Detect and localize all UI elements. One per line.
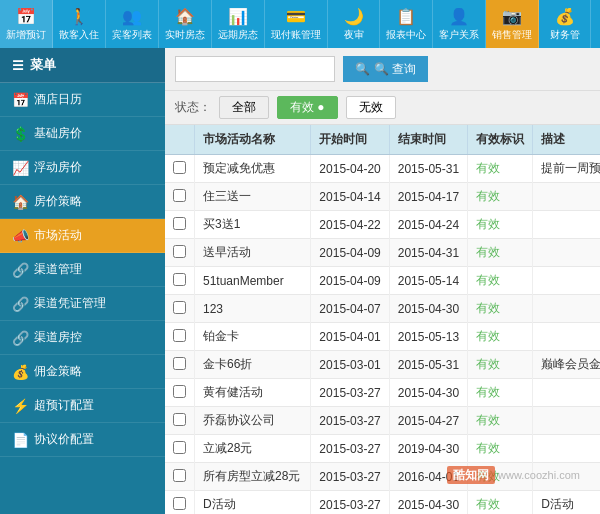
row-checkbox[interactable] xyxy=(165,435,195,463)
moon-icon: 🌙 xyxy=(344,7,364,26)
search-btn-label: 🔍 查询 xyxy=(374,61,416,78)
house-icon: 🏠 xyxy=(175,7,195,26)
row-valid-flag: 有效 xyxy=(468,267,533,295)
payment-icon: 💳 xyxy=(286,7,306,26)
filter-status-label: 状态： xyxy=(175,99,211,116)
row-description xyxy=(533,379,600,407)
nav-night-audit[interactable]: 🌙 夜审 xyxy=(328,0,380,48)
row-valid-flag: 有效 xyxy=(468,211,533,239)
row-start-time: 2015-03-01 xyxy=(311,351,389,379)
row-valid-flag: 有效 xyxy=(468,155,533,183)
chart-icon: 📊 xyxy=(228,7,248,26)
row-end-time: 2015-05-13 xyxy=(389,323,467,351)
basic-price-icon: 💲 xyxy=(12,126,28,142)
agreement-price-icon: 📄 xyxy=(12,432,28,448)
nav-sales-label: 销售管理 xyxy=(492,28,532,42)
nav-sales[interactable]: 📷 销售管理 xyxy=(486,0,539,48)
nav-realtime[interactable]: 🏠 实时房态 xyxy=(159,0,212,48)
table-row: 铂金卡 2015-04-01 2015-05-13 有效 xyxy=(165,323,600,351)
sidebar-item-overbooking[interactable]: ⚡ 超预订配置 xyxy=(0,389,165,423)
row-checkbox[interactable] xyxy=(165,491,195,515)
row-valid-flag: 有效 xyxy=(468,407,533,435)
col-start-time: 开始时间 xyxy=(311,125,389,155)
sidebar-header-label: 菜单 xyxy=(30,56,56,74)
row-description xyxy=(533,267,600,295)
nav-guest-list[interactable]: 👥 宾客列表 xyxy=(106,0,159,48)
filter-invalid-btn[interactable]: 无效 xyxy=(346,96,396,119)
row-description: D活动 xyxy=(533,491,600,515)
row-checkbox[interactable] xyxy=(165,267,195,295)
nav-new-booking[interactable]: 📅 新增预订 xyxy=(0,0,53,48)
toolbar: 🔍 🔍 查询 xyxy=(165,48,600,91)
filter-bar: 状态： 全部 有效 ● 无效 xyxy=(165,91,600,125)
col-description: 描述 xyxy=(533,125,600,155)
row-activity-name: D活动 xyxy=(195,491,311,515)
table-row: 51tuanMember 2015-04-09 2015-05-14 有效 xyxy=(165,267,600,295)
row-checkbox[interactable] xyxy=(165,211,195,239)
sidebar-item-commission[interactable]: 💰 佣金策略 xyxy=(0,355,165,389)
row-checkbox[interactable] xyxy=(165,379,195,407)
table-wrapper: 市场活动名称 开始时间 结束时间 有效标识 描述 预定减免优惠 2015-04-… xyxy=(165,125,600,514)
row-end-time: 2016-04-01 xyxy=(389,463,467,491)
guests-icon: 👥 xyxy=(122,7,142,26)
sidebar-item-hotel-calendar[interactable]: 📅 酒店日历 xyxy=(0,83,165,117)
sidebar-item-basic-price[interactable]: 💲 基础房价 xyxy=(0,117,165,151)
search-input[interactable] xyxy=(175,56,335,82)
table-row: 金卡66折 2015-03-01 2015-05-31 有效 巅峰会员金卡 xyxy=(165,351,600,379)
row-checkbox[interactable] xyxy=(165,295,195,323)
row-description xyxy=(533,323,600,351)
sidebar-price-strategy-label: 房价策略 xyxy=(34,193,82,210)
row-activity-name: 立减28元 xyxy=(195,435,311,463)
nav-report[interactable]: 📋 报表中心 xyxy=(380,0,433,48)
nav-payment[interactable]: 💳 现付账管理 xyxy=(265,0,328,48)
row-end-time: 2015-05-14 xyxy=(389,267,467,295)
nav-remote[interactable]: 📊 远期房态 xyxy=(212,0,265,48)
row-end-time: 2015-04-27 xyxy=(389,407,467,435)
row-activity-name: 预定减免优惠 xyxy=(195,155,311,183)
row-checkbox[interactable] xyxy=(165,239,195,267)
row-end-time: 2015-05-31 xyxy=(389,351,467,379)
row-start-time: 2015-04-07 xyxy=(311,295,389,323)
sidebar-item-market-activity[interactable]: 📣 市场活动 xyxy=(0,219,165,253)
row-start-time: 2015-04-09 xyxy=(311,267,389,295)
row-end-time: 2015-04-30 xyxy=(389,491,467,515)
sidebar-item-channel-cert[interactable]: 🔗 渠道凭证管理 xyxy=(0,287,165,321)
sidebar-item-price-strategy[interactable]: 🏠 房价策略 xyxy=(0,185,165,219)
row-checkbox[interactable] xyxy=(165,323,195,351)
row-checkbox[interactable] xyxy=(165,463,195,491)
row-checkbox[interactable] xyxy=(165,351,195,379)
row-checkbox[interactable] xyxy=(165,155,195,183)
row-activity-name: 金卡66折 xyxy=(195,351,311,379)
nav-crm[interactable]: 👤 客户关系 xyxy=(433,0,486,48)
filter-valid-btn[interactable]: 有效 ● xyxy=(277,96,338,119)
sidebar-item-channel-control[interactable]: 🔗 渠道房控 xyxy=(0,321,165,355)
table-body: 预定减免优惠 2015-04-20 2015-05-31 有效 提前一周预订 住… xyxy=(165,155,600,515)
table-row: 立减28元 2015-03-27 2019-04-30 有效 xyxy=(165,435,600,463)
row-checkbox[interactable] xyxy=(165,183,195,211)
channel-cert-icon: 🔗 xyxy=(12,296,28,312)
row-description xyxy=(533,295,600,323)
table-row: 所有房型立减28元 2015-03-27 2016-04-01 有效 xyxy=(165,463,600,491)
nav-finance[interactable]: 💰 财务管 xyxy=(539,0,591,48)
hotel-calendar-icon: 📅 xyxy=(12,92,28,108)
row-checkbox[interactable] xyxy=(165,407,195,435)
row-description: 巅峰会员金卡 xyxy=(533,351,600,379)
sidebar-item-floating-price[interactable]: 📈 浮动房价 xyxy=(0,151,165,185)
row-end-time: 2015-04-30 xyxy=(389,295,467,323)
sidebar-item-channel-mgmt[interactable]: 🔗 渠道管理 xyxy=(0,253,165,287)
crm-icon: 👤 xyxy=(449,7,469,26)
row-end-time: 2015-04-24 xyxy=(389,211,467,239)
table-header-row: 市场活动名称 开始时间 结束时间 有效标识 描述 xyxy=(165,125,600,155)
table-row: 乔磊协议公司 2015-03-27 2015-04-27 有效 xyxy=(165,407,600,435)
row-start-time: 2015-04-01 xyxy=(311,323,389,351)
sidebar: ☰ 菜单 📅 酒店日历 💲 基础房价 📈 浮动房价 🏠 房价策略 📣 市场活动 … xyxy=(0,48,165,514)
row-start-time: 2015-04-09 xyxy=(311,239,389,267)
row-description xyxy=(533,239,600,267)
nav-guest-checkin[interactable]: 🚶 散客入住 xyxy=(53,0,106,48)
filter-all-btn[interactable]: 全部 xyxy=(219,96,269,119)
search-button[interactable]: 🔍 🔍 查询 xyxy=(343,56,428,82)
finance-icon: 💰 xyxy=(555,7,575,26)
main-layout: ☰ 菜单 📅 酒店日历 💲 基础房价 📈 浮动房价 🏠 房价策略 📣 市场活动 … xyxy=(0,48,600,514)
camera-icon: 📷 xyxy=(502,7,522,26)
sidebar-item-agreement-price[interactable]: 📄 协议价配置 xyxy=(0,423,165,457)
